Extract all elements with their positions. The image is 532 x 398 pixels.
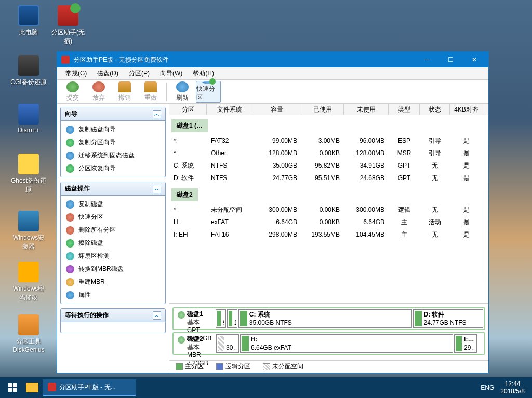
start-button[interactable] bbox=[3, 379, 22, 396]
partition-row[interactable]: *:FAT3299.00MB3.00MB96.00MBESP引导是 bbox=[169, 134, 488, 147]
col-status[interactable]: 状态 bbox=[420, 104, 450, 115]
main-pane: 分区 文件系统 容量 已使用 未使用 类型 状态 4KB对齐 磁盘1 (… *:… bbox=[169, 104, 488, 373]
diskmap-partition[interactable]: I:…29… bbox=[454, 334, 477, 353]
undo-button[interactable]: 撤销 bbox=[112, 81, 137, 103]
maximize-button[interactable]: ☐ bbox=[438, 52, 462, 67]
op-copy-disk[interactable]: 复制磁盘 bbox=[63, 198, 163, 211]
minimize-button[interactable]: ─ bbox=[415, 52, 438, 67]
wizard-migrate-ssd[interactable]: 迁移系统到固态磁盘 bbox=[63, 149, 163, 162]
discard-button[interactable]: 放弃 bbox=[86, 81, 111, 103]
titlebar[interactable]: 分区助手PE版 - 无损分区免费软件 ─ ☐ ✕ bbox=[57, 52, 488, 67]
tray-clock[interactable]: 12:442018/5/8 bbox=[500, 380, 525, 395]
op-convert-mbr[interactable]: 转换到MBR磁盘 bbox=[63, 263, 163, 276]
op-delete-all[interactable]: 删除所有分区 bbox=[63, 224, 163, 237]
diskmap-partition[interactable]: H:6.64GB exFAT bbox=[240, 334, 453, 353]
svg-rect-3 bbox=[13, 388, 17, 392]
diskgenius-icon bbox=[18, 314, 39, 335]
panel-pending-header[interactable]: 等待执行的操作︿ bbox=[61, 309, 165, 322]
wizard-copy-partition[interactable]: 复制分区向导 bbox=[63, 136, 163, 149]
desktop-icon-winpwd[interactable]: Windows密码修改 bbox=[10, 262, 47, 302]
diskmap-partition[interactable]: 30… bbox=[216, 334, 239, 353]
col-free[interactable]: 未使用 bbox=[344, 104, 389, 115]
wipe-icon bbox=[66, 239, 74, 248]
op-properties[interactable]: 属性 bbox=[63, 289, 163, 301]
partition-row[interactable]: H:exFAT6.64GB0.00KB6.64GB主活动是 bbox=[169, 216, 488, 228]
partition-row[interactable]: I: EFIFAT16298.00MB193.55MB104.45MB主无是 bbox=[169, 228, 488, 241]
rebuild-icon bbox=[66, 278, 74, 286]
panel-diskops: 磁盘操作︿ 复制磁盘 快速分区 删除所有分区 擦除磁盘 坏扇区检测 转换到MBR… bbox=[60, 182, 166, 304]
redo-button[interactable]: 重做 bbox=[138, 81, 163, 103]
partition-icon bbox=[66, 139, 74, 147]
partition-row[interactable]: *:Other128.00MB0.00KB128.00MBMSR引导是 bbox=[169, 147, 488, 159]
close-button[interactable]: ✕ bbox=[462, 52, 486, 67]
undo-icon bbox=[118, 81, 131, 92]
diskmap-row[interactable]: 磁盘1基本 GPT60.00GB91C: 系统35.00GB NTFSD: 软件… bbox=[172, 307, 485, 330]
commit-icon bbox=[66, 81, 79, 92]
partition-row[interactable]: D: 软件NTFS24.77GB95.51MB24.68GBGPT无是 bbox=[169, 172, 488, 184]
op-rebuild-mbr[interactable]: 重建MBR bbox=[63, 276, 163, 289]
menu-help[interactable]: 帮助(H) bbox=[189, 68, 218, 79]
op-quick-partition[interactable]: 快速分区 bbox=[63, 211, 163, 224]
chevron-up-icon: ︿ bbox=[153, 185, 161, 193]
chevron-up-icon: ︿ bbox=[153, 110, 161, 118]
desktop-icon-wininst[interactable]: Windows安装器 bbox=[10, 211, 47, 251]
partition-row[interactable]: C: 系统NTFS35.00GB95.82MB34.91GBGPT无是 bbox=[169, 159, 488, 172]
menu-partition[interactable]: 分区(P) bbox=[125, 68, 154, 79]
col-fs[interactable]: 文件系统 bbox=[207, 104, 252, 115]
sidebar: 向导︿ 复制磁盘向导 复制分区向导 迁移系统到固态磁盘 分区恢复向导 磁盘操作︿… bbox=[57, 104, 169, 373]
diskmap-partition[interactable]: 1 bbox=[227, 309, 237, 328]
desktop-icon-partassist[interactable]: 分区助手(无损) bbox=[50, 5, 86, 46]
ghost-icon bbox=[18, 154, 39, 174]
discard-icon bbox=[92, 81, 105, 92]
desktop-icon-pc[interactable]: 此电脑 bbox=[10, 5, 47, 37]
menu-general[interactable]: 常规(G) bbox=[61, 68, 91, 79]
check-icon bbox=[66, 252, 74, 260]
convert-icon bbox=[66, 265, 74, 273]
redo-icon bbox=[144, 81, 157, 92]
col-used[interactable]: 已使用 bbox=[301, 104, 344, 115]
wizard-recover-partition[interactable]: 分区恢复向导 bbox=[63, 162, 163, 175]
commit-button[interactable]: 提交 bbox=[60, 81, 85, 103]
dism-icon bbox=[18, 104, 39, 125]
diskmap-partition[interactable]: 9 bbox=[216, 309, 226, 328]
desktop-icon-diskgen[interactable]: 分区工具DiskGenius bbox=[10, 314, 47, 353]
app-icon bbox=[61, 56, 70, 64]
diskmap-partition[interactable]: D: 软件24.77GB NTFS bbox=[413, 309, 484, 328]
disk-icon bbox=[178, 311, 185, 319]
panel-wizard-header[interactable]: 向导︿ bbox=[61, 107, 165, 121]
quickpartition-button[interactable]: 快速分区 bbox=[196, 81, 221, 103]
taskbar-task[interactable]: 分区助手PE版 - 无... bbox=[43, 379, 136, 396]
app-icon bbox=[48, 383, 56, 391]
legend-logical-box bbox=[216, 363, 223, 370]
tray-lang[interactable]: ENG bbox=[481, 384, 494, 391]
partition-list[interactable]: 磁盘1 (… *:FAT3299.00MB3.00MB96.00MBESP引导是… bbox=[169, 115, 488, 304]
pc-icon bbox=[18, 5, 39, 26]
col-type[interactable]: 类型 bbox=[389, 104, 420, 115]
taskbar-explorer[interactable] bbox=[23, 379, 42, 396]
col-size[interactable]: 容量 bbox=[252, 104, 301, 115]
op-wipe-disk[interactable]: 擦除磁盘 bbox=[63, 237, 163, 250]
op-bad-sector[interactable]: 坏扇区检测 bbox=[63, 250, 163, 263]
partition-row[interactable]: *未分配空间300.00MB0.00KB300.00MB逻辑无是 bbox=[169, 203, 488, 216]
desktop-icon-dism[interactable]: Dism++ bbox=[10, 104, 47, 134]
desktop-icon-ghost[interactable]: Ghost备份还原 bbox=[10, 154, 47, 194]
legend: 主分区 逻辑分区 未分配空间 bbox=[169, 360, 488, 373]
disk-map: 磁盘1基本 GPT60.00GB91C: 系统35.00GB NTFSD: 软件… bbox=[169, 304, 488, 360]
window-title: 分区助手PE版 - 无损分区免费软件 bbox=[74, 56, 415, 64]
system-tray: ENG 12:442018/5/8 bbox=[481, 380, 529, 395]
partition-list-header: 分区 文件系统 容量 已使用 未使用 类型 状态 4KB对齐 bbox=[169, 104, 488, 115]
menu-disk[interactable]: 磁盘(D) bbox=[93, 68, 123, 79]
col-align[interactable]: 4KB对齐 bbox=[450, 104, 483, 115]
diskmap-row[interactable]: 磁盘2基本 MBR7.23GB30…H:6.64GB exFATI:…29… bbox=[172, 332, 485, 355]
refresh-button[interactable]: 刷新 bbox=[170, 81, 195, 103]
col-partition[interactable]: 分区 bbox=[169, 104, 207, 115]
panel-wizard: 向导︿ 复制磁盘向导 复制分区向导 迁移系统到固态磁盘 分区恢复向导 bbox=[60, 107, 166, 177]
wizard-copy-disk[interactable]: 复制磁盘向导 bbox=[63, 123, 163, 136]
panel-diskops-header[interactable]: 磁盘操作︿ bbox=[61, 182, 165, 196]
toolbar: 提交 放弃 撤销 重做 刷新 快速分区 bbox=[57, 80, 488, 104]
desktop-icon-cgi[interactable]: CGI备份还原 bbox=[10, 55, 47, 87]
disk-group-label: 磁盘1 (… bbox=[171, 119, 208, 132]
menu-wizard[interactable]: 向导(W) bbox=[156, 68, 187, 79]
diskmap-partition[interactable]: C: 系统35.00GB NTFS bbox=[238, 309, 412, 328]
quick-icon bbox=[66, 213, 74, 222]
